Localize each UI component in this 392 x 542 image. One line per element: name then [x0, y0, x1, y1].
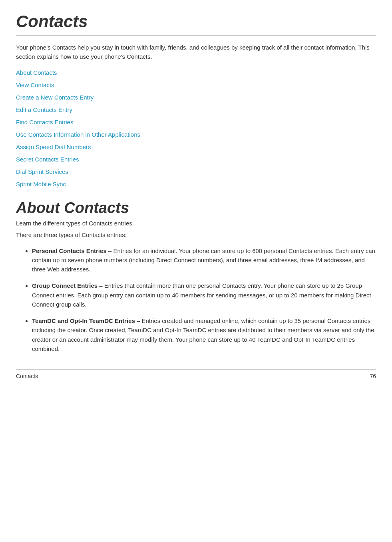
contacts-types-list: Personal Contacts Entries – Entries for …	[32, 246, 376, 354]
title-divider	[16, 35, 376, 36]
about-contacts-section: About Contacts Learn the different types…	[16, 199, 376, 353]
page-footer: Contacts 76	[16, 369, 376, 379]
toc-link-secret[interactable]: Secret Contacts Entries	[16, 156, 376, 163]
footer-label: Contacts	[16, 373, 38, 379]
toc-link-dial-sprint[interactable]: Dial Sprint Services	[16, 168, 376, 175]
page-title: Contacts	[16, 12, 376, 31]
list-item: Group Connect Entries – Entries that con…	[32, 281, 376, 309]
bullet-bold-3: TeamDC and Opt-In TeamDC Entries	[32, 317, 135, 324]
toc-link-create[interactable]: Create a New Contacts Entry	[16, 94, 376, 101]
about-contacts-body: There are three types of Contacts entrie…	[16, 231, 376, 240]
about-contacts-title: About Contacts	[16, 199, 376, 217]
list-item: Personal Contacts Entries – Entries for …	[32, 246, 376, 274]
footer-page-number: 76	[370, 373, 376, 379]
intro-paragraph: Your phone's Contacts help you stay in t…	[16, 43, 376, 61]
bullet-bold-2: Group Connect Entries	[32, 282, 98, 289]
bullet-bold-1: Personal Contacts Entries	[32, 247, 107, 254]
list-item: TeamDC and Opt-In TeamDC Entries – Entri…	[32, 316, 376, 353]
toc-link-find[interactable]: Find Contacts Entries	[16, 119, 376, 126]
table-of-contents: About Contacts View Contacts Create a Ne…	[16, 69, 376, 187]
toc-link-use[interactable]: Use Contacts Information in Other Applic…	[16, 131, 376, 138]
toc-link-edit[interactable]: Edit a Contacts Entry	[16, 106, 376, 113]
about-contacts-subtitle: Learn the different types of Contacts en…	[16, 220, 376, 227]
toc-link-speed-dial[interactable]: Assign Speed Dial Numbers	[16, 143, 376, 150]
toc-link-about[interactable]: About Contacts	[16, 69, 376, 76]
toc-link-mobile-sync[interactable]: Sprint Mobile Sync	[16, 181, 376, 187]
toc-link-view[interactable]: View Contacts	[16, 82, 376, 88]
